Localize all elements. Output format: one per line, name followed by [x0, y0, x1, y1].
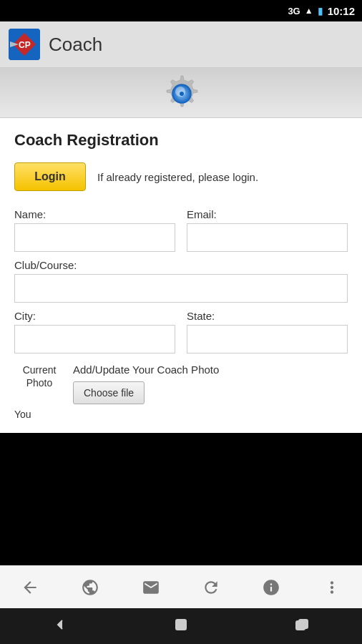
mail-icon — [142, 578, 160, 597]
time-display: 10:12 — [328, 5, 355, 17]
battery-icon: ▮ — [318, 5, 323, 16]
photo-right: Add/Update Your Coach Photo Choose file — [73, 364, 348, 404]
signal-icon: ▲ — [305, 6, 313, 16]
svg-text:CP: CP — [19, 40, 31, 50]
photo-add-label: Add/Update Your Coach Photo — [73, 364, 348, 376]
name-field-group: Name: — [14, 208, 175, 252]
club-field-group: Club/Course: — [14, 259, 348, 303]
back-toolbar-button[interactable] — [16, 573, 44, 602]
city-label: City: — [14, 310, 175, 322]
app-header: CP Coach — [0, 21, 362, 68]
bottom-toolbar — [0, 565, 362, 608]
android-recents-button[interactable] — [293, 616, 310, 637]
android-back-button[interactable] — [52, 616, 69, 637]
app-logo: CP — [9, 29, 40, 60]
refresh-toolbar-button[interactable] — [197, 573, 225, 602]
more-toolbar-button[interactable] — [318, 573, 346, 602]
back-toolbar-icon — [21, 578, 39, 597]
app-title: Coach — [49, 34, 102, 56]
photo-label-block: Current Photo — [14, 364, 64, 389]
mail-toolbar-button[interactable] — [137, 573, 165, 602]
current-photo-label: Current Photo — [23, 364, 57, 389]
svg-point-6 — [180, 92, 184, 96]
name-email-row: Name: Email: — [14, 208, 348, 252]
email-input[interactable] — [187, 223, 348, 252]
city-field-group: City: — [14, 310, 175, 353]
android-home-icon — [172, 616, 190, 633]
svg-rect-9 — [299, 620, 308, 628]
page-title: Coach Registration — [14, 131, 348, 150]
status-bar-right: 3G ▲ ▮ 10:12 — [288, 5, 355, 17]
login-hint: If already registered, please login. — [97, 171, 348, 183]
you-label: You — [14, 409, 348, 420]
photo-section: Current Photo Add/Update Your Coach Phot… — [14, 364, 348, 404]
more-icon — [323, 578, 341, 597]
city-input[interactable] — [14, 325, 175, 353]
info-icon — [262, 578, 280, 597]
main-content: Coach Registration Login If already regi… — [0, 118, 362, 433]
state-label: State: — [187, 310, 348, 322]
name-label: Name: — [14, 208, 175, 220]
globe-toolbar-button[interactable] — [76, 573, 104, 602]
state-input[interactable] — [187, 325, 348, 353]
login-button[interactable]: Login — [14, 162, 86, 191]
logo-svg: CP — [9, 29, 40, 60]
android-nav-bar — [0, 608, 362, 644]
club-input[interactable] — [14, 274, 348, 303]
city-state-row: City: State: — [14, 310, 348, 353]
android-back-icon — [52, 616, 69, 633]
info-toolbar-button[interactable] — [257, 573, 285, 602]
globe-icon — [81, 578, 99, 597]
svg-rect-7 — [176, 620, 186, 630]
state-field-group: State: — [187, 310, 348, 353]
login-row: Login If already registered, please logi… — [14, 162, 348, 191]
refresh-icon — [202, 578, 220, 597]
email-label: Email: — [187, 208, 348, 220]
android-recents-icon — [293, 616, 310, 633]
signal-label: 3G — [288, 6, 300, 16]
status-bar: 3G ▲ ▮ 10:12 — [0, 0, 362, 21]
gear-banner — [0, 68, 362, 118]
name-input[interactable] — [14, 223, 175, 252]
android-home-button[interactable] — [172, 616, 190, 637]
choose-file-button[interactable]: Choose file — [73, 381, 145, 404]
email-field-group: Email: — [187, 208, 348, 252]
gear-icon — [162, 74, 200, 112]
club-label: Club/Course: — [14, 259, 348, 271]
